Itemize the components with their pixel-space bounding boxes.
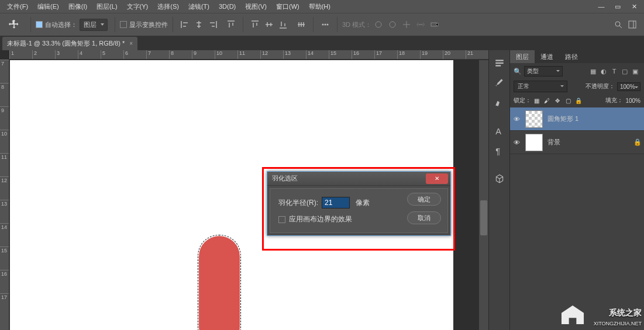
filter-pixel-icon[interactable]: ▦ [588, 68, 598, 75]
fill-label: 填充： [605, 96, 623, 105]
filter-search-icon[interactable]: 🔍 [514, 68, 522, 75]
auto-select-target-combo[interactable]: 图层 [80, 19, 108, 31]
svg-point-0 [322, 24, 324, 26]
auto-select-checkbox[interactable] [36, 21, 43, 28]
history-panel-icon[interactable] [491, 55, 508, 71]
workspace-icon[interactable] [626, 18, 639, 31]
document-tab-close-icon[interactable]: × [129, 40, 133, 47]
align-center-h-icon[interactable] [192, 18, 205, 31]
options-toolbar: 自动选择： 图层 显示变换控件 3D 模式： [0, 13, 644, 36]
filter-type-combo[interactable]: 类型 [524, 66, 563, 77]
brush-settings-panel-icon[interactable] [491, 95, 508, 111]
feather-dialog: 羽化选区 ✕ 羽化半径(R): 像素 应用画布边界的效果 确定 取消 [267, 171, 451, 236]
paragraph-panel-icon[interactable]: ¶ [491, 143, 508, 159]
fill-value[interactable]: 100% [625, 98, 640, 104]
layer-visibility-icon[interactable]: 👁 [514, 116, 525, 123]
align-v-bottom-icon[interactable] [277, 18, 290, 31]
character-panel-icon[interactable]: A [491, 123, 508, 139]
align-right-icon[interactable] [206, 18, 219, 31]
tab-channels[interactable]: 通道 [535, 50, 559, 63]
tab-layers[interactable]: 图层 [510, 50, 535, 63]
svg-text:¶: ¶ [495, 147, 500, 156]
menu-image[interactable]: 图像(I) [64, 2, 92, 11]
minimize-button[interactable]: — [594, 1, 609, 12]
3d-roll-icon[interactable] [386, 18, 399, 31]
menu-filter[interactable]: 滤镜(T) [184, 2, 214, 11]
filter-adjustment-icon[interactable]: ◐ [598, 68, 609, 75]
align-v-top-icon[interactable] [249, 18, 261, 31]
apply-canvas-bounds-checkbox[interactable] [278, 216, 285, 223]
rounded-rectangle-shape[interactable] [199, 236, 240, 330]
opacity-value[interactable]: 100% [617, 82, 640, 91]
svg-rect-6 [629, 21, 636, 28]
lock-label: 锁定： [514, 96, 531, 105]
search-icon[interactable] [612, 18, 625, 31]
align-top-icon[interactable] [225, 18, 237, 31]
lock-all-icon[interactable]: 🔒 [574, 98, 583, 104]
feather-radius-label: 羽化半径(R): [278, 198, 318, 208]
filter-shape-icon[interactable]: ▢ [619, 68, 630, 75]
close-button[interactable]: ✕ [626, 1, 642, 12]
svg-point-5 [615, 22, 620, 26]
layer-row[interactable]: 👁 背景 🔒 [510, 131, 644, 154]
document-tabs: 未标题-1 @ 33.3% (圆角矩形 1, RGB/8) * × [0, 36, 644, 50]
layer-visibility-icon[interactable]: 👁 [514, 139, 525, 146]
3d-pan-icon[interactable] [400, 18, 413, 31]
distribute-icon[interactable] [295, 18, 308, 31]
lock-pixels-icon[interactable]: 🖌 [542, 98, 552, 104]
3d-camera-icon[interactable] [428, 18, 441, 31]
vertical-scrollbar-thumb[interactable] [480, 200, 487, 235]
3d-panel-icon[interactable] [491, 171, 508, 187]
3d-orbit-icon[interactable] [372, 18, 385, 31]
align-v-center-icon[interactable] [263, 18, 275, 31]
lock-position-icon[interactable]: ✥ [553, 98, 562, 104]
horizontal-ruler[interactable]: 123456789101112131415161718192021 [9, 50, 488, 60]
menu-type[interactable]: 文字(Y) [122, 2, 153, 11]
filter-smart-icon[interactable]: ▣ [630, 68, 640, 75]
layer-thumbnail[interactable] [525, 134, 543, 151]
blend-mode-combo[interactable]: 正常 [514, 81, 567, 92]
menu-file[interactable]: 文件(F) [2, 2, 33, 11]
svg-text:A: A [495, 127, 501, 136]
move-tool-icon[interactable] [5, 15, 23, 34]
vertical-ruler[interactable]: 7891011121314151617 [0, 60, 9, 330]
layer-name[interactable]: 背景 [547, 138, 560, 147]
feather-radius-input[interactable] [322, 197, 350, 209]
svg-rect-4 [431, 23, 436, 26]
svg-rect-9 [495, 65, 501, 66]
canvas-area: 123456789101112131415161718192021 789101… [0, 50, 488, 330]
menu-window[interactable]: 窗口(W) [271, 2, 304, 11]
3d-slide-icon[interactable] [414, 18, 427, 31]
menu-view[interactable]: 视图(V) [240, 2, 271, 11]
tab-paths[interactable]: 路径 [559, 50, 584, 63]
layer-name[interactable]: 圆角矩形 1 [547, 114, 578, 123]
show-transform-checkbox[interactable] [120, 21, 127, 28]
vertical-scrollbar[interactable] [479, 60, 488, 330]
menu-layer[interactable]: 图层(L) [92, 2, 122, 11]
align-left-icon[interactable] [178, 18, 191, 31]
menu-3d[interactable]: 3D(D) [214, 3, 240, 10]
dialog-titlebar[interactable]: 羽化选区 ✕ [267, 172, 450, 186]
svg-point-3 [376, 22, 381, 27]
menu-select[interactable]: 选择(S) [153, 2, 184, 11]
document-tab-title: 未标题-1 @ 33.3% (圆角矩形 1, RGB/8) * [7, 39, 125, 48]
svg-rect-7 [495, 60, 504, 61]
layer-thumbnail[interactable] [525, 110, 543, 128]
three-d-mode-label: 3D 模式： [342, 20, 371, 29]
ok-button[interactable]: 确定 [407, 193, 441, 206]
apply-canvas-bounds-label: 应用画布边界的效果 [289, 214, 352, 224]
menu-help[interactable]: 帮助(H) [304, 2, 335, 11]
dialog-close-button[interactable]: ✕ [426, 173, 448, 184]
document-tab[interactable]: 未标题-1 @ 33.3% (圆角矩形 1, RGB/8) * × [2, 37, 137, 50]
cancel-button[interactable]: 取消 [407, 211, 441, 224]
more-options-icon[interactable] [319, 18, 332, 31]
svg-point-2 [327, 24, 329, 26]
maximize-button[interactable]: ▭ [610, 1, 625, 12]
svg-rect-8 [495, 62, 504, 64]
menu-edit[interactable]: 编辑(E) [33, 2, 64, 11]
lock-transparency-icon[interactable]: ▦ [532, 98, 541, 104]
lock-artboard-icon[interactable]: ▢ [563, 98, 573, 104]
brush-panel-icon[interactable] [491, 75, 508, 91]
filter-type-icon[interactable]: T [609, 68, 619, 75]
layer-row[interactable]: 👁 圆角矩形 1 [510, 107, 644, 131]
